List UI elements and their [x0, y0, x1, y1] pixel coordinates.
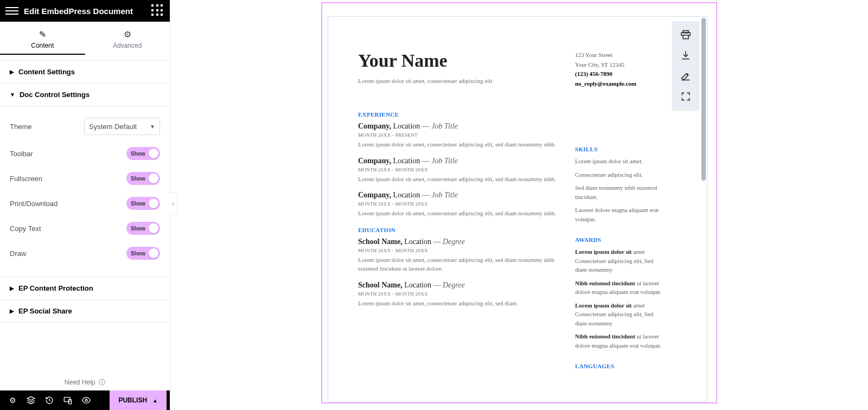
- job-entry: Company, Location — Job Title MONTH 20XX…: [358, 122, 559, 149]
- draw-button[interactable]: [675, 66, 696, 86]
- control-copy: Copy Text Show: [10, 216, 160, 241]
- section-content-protection[interactable]: ▶ EP Content Protection: [0, 277, 170, 300]
- job-entry: School Name, Location — Degree MONTH 20X…: [358, 281, 559, 308]
- document-page: Your Name Lorem ipsum dolor sit amet, co…: [328, 17, 707, 402]
- job-head: School Name, Location — Degree: [358, 281, 559, 290]
- control-toolbar: Toolbar Show: [10, 141, 160, 166]
- award-item: Nibh euismod tincidunt ut laoreet dolore…: [575, 279, 662, 297]
- copy-label: Copy Text: [10, 225, 41, 233]
- contact-phone: (123) 456-7890: [575, 69, 662, 79]
- toolbar-label: Toolbar: [10, 150, 33, 158]
- control-theme: Theme System Default ▼: [10, 112, 160, 141]
- section-doc-control[interactable]: ▼ Doc Control Settings: [0, 84, 170, 106]
- job-head: School Name, Location — Degree: [358, 238, 559, 246]
- theme-label: Theme: [10, 123, 31, 131]
- apps-grid-icon[interactable]: [151, 4, 164, 17]
- print-toggle[interactable]: Show: [126, 197, 160, 210]
- selected-widget-frame[interactable]: Your Name Lorem ipsum dolor sit amet, co…: [321, 2, 717, 403]
- doc-right-column: 123 Your Street Your City, ST 12345 (123…: [575, 50, 662, 402]
- section-doc-control-label: Doc Control Settings: [20, 91, 90, 99]
- fullscreen-toggle[interactable]: Show: [126, 172, 160, 185]
- section-social-share[interactable]: ▶ EP Social Share: [0, 300, 170, 323]
- responsive-button[interactable]: [59, 390, 77, 410]
- job-body: Lorem ipsum dolor sit amet, consectetuer…: [358, 209, 559, 218]
- gear-icon: ⚙: [9, 396, 16, 405]
- fullscreen-icon: [680, 91, 691, 102]
- fullscreen-label: Fullscreen: [10, 175, 42, 183]
- chevron-down-icon: ▼: [150, 124, 155, 130]
- menu-icon[interactable]: [5, 4, 18, 17]
- heading-awards: AWARDS: [575, 236, 662, 243]
- document-viewer: Your Name Lorem ipsum dolor sit amet, co…: [328, 16, 707, 402]
- preview-canvas[interactable]: Your Name Lorem ipsum dolor sit amet, co…: [170, 0, 868, 410]
- job-date: MONTH 20XX - MONTH 20XX: [358, 167, 559, 172]
- settings-button[interactable]: ⚙: [3, 390, 22, 410]
- award-item: Lorem ipsum dolor sit amet Consectetuer …: [575, 247, 662, 274]
- preview-button[interactable]: [77, 390, 95, 410]
- caret-right-icon: ▶: [10, 308, 14, 314]
- caret-right-icon: ▶: [10, 285, 14, 291]
- doc-control-body: Theme System Default ▼ Toolbar Show Full…: [0, 106, 170, 277]
- heading-education: EDUCATION: [358, 227, 559, 233]
- doc-left-column: Your Name Lorem ipsum dolor sit amet, co…: [358, 50, 559, 402]
- scrollbar[interactable]: [701, 18, 706, 181]
- job-body: Lorem ipsum dolor sit amet, consectetuer…: [358, 299, 559, 308]
- theme-select[interactable]: System Default ▼: [84, 118, 160, 135]
- job-entry: School Name, Location — Degree MONTH 20X…: [358, 238, 559, 273]
- publish-button[interactable]: PUBLISH ▲: [110, 390, 167, 410]
- devices-icon: [63, 396, 72, 405]
- chevron-left-icon: ‹: [173, 201, 174, 207]
- section-content-settings[interactable]: ▶ Content Settings: [0, 61, 170, 84]
- skill-item: Lorem ipsum dolor sit amet.: [575, 157, 662, 166]
- job-head: Company, Location — Job Title: [358, 191, 559, 200]
- eye-icon: [82, 396, 91, 405]
- contact-email: no_reply@example.com: [575, 79, 662, 89]
- toolbar-toggle[interactable]: Show: [126, 147, 160, 160]
- job-date: MONTH 20XX - MONTH 20XX: [358, 291, 559, 297]
- tab-advanced[interactable]: ⚙ Advanced: [85, 22, 170, 60]
- caret-down-icon: ▼: [10, 92, 15, 98]
- contact-city: Your City, ST 12345: [575, 60, 662, 70]
- tab-content[interactable]: ✎ Content: [0, 22, 85, 60]
- section-content-protection-label: EP Content Protection: [18, 284, 93, 292]
- print-button[interactable]: [675, 24, 696, 45]
- theme-value: System Default: [89, 123, 137, 131]
- controls-panel: ▶ Content Settings ▼ Doc Control Setting…: [0, 61, 170, 375]
- draw-label: Draw: [10, 249, 26, 258]
- job-date: MONTH 20XX - PRESENT: [358, 132, 559, 138]
- section-social-share-label: EP Social Share: [18, 307, 72, 315]
- history-icon: [45, 396, 54, 405]
- copy-toggle[interactable]: Show: [126, 222, 160, 235]
- collapse-sidebar-button[interactable]: ‹: [170, 193, 177, 214]
- svg-rect-5: [683, 35, 688, 39]
- download-icon: [680, 50, 691, 61]
- job-head: Company, Location — Job Title: [358, 122, 559, 131]
- fullscreen-button[interactable]: [675, 86, 696, 107]
- history-button[interactable]: [40, 390, 59, 410]
- resume-name: Your Name: [358, 50, 559, 71]
- heading-skills: SKILLS: [575, 146, 662, 152]
- chevron-up-icon: ▲: [152, 398, 158, 403]
- award-item: Nibh euismod tincidunt ut laoreet dolore…: [575, 332, 662, 350]
- award-item: Lorem ipsum dolor sit amet Consectetuer …: [575, 301, 662, 328]
- contact-street: 123 Your Street: [575, 50, 662, 60]
- draw-toggle[interactable]: Show: [126, 247, 160, 260]
- help-icon: ⓘ: [97, 379, 105, 386]
- tab-content-label: Content: [0, 42, 85, 49]
- navigator-button[interactable]: [22, 390, 40, 410]
- caret-right-icon: ▶: [10, 69, 14, 75]
- skill-item: Laoreet dolore magna aliquam erat volutp…: [575, 206, 662, 223]
- doc-toolbar: [672, 21, 699, 110]
- svg-point-3: [85, 399, 87, 401]
- control-draw: Draw Show: [10, 241, 160, 266]
- print-icon: [680, 29, 691, 40]
- job-entry: Company, Location — Job Title MONTH 20XX…: [358, 191, 559, 218]
- job-date: MONTH 20XX - MONTH 20XX: [358, 248, 559, 253]
- layers-icon: [27, 396, 35, 405]
- topbar: Edit EmbedPress Document: [0, 0, 170, 22]
- page-title: Edit EmbedPress Document: [24, 7, 146, 16]
- download-button[interactable]: [675, 45, 696, 66]
- editor-sidebar: Edit EmbedPress Document ✎ Content ⚙ Adv…: [0, 0, 170, 410]
- need-help[interactable]: Need Help ⓘ: [0, 375, 170, 390]
- job-body: Lorem ipsum dolor sit amet, consectetuer…: [358, 140, 559, 149]
